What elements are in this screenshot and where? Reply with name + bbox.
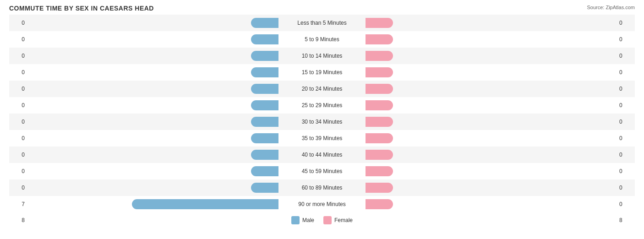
bar-left-value: 0 [9, 119, 27, 125]
bar-right-value: 0 [617, 69, 635, 76]
male-bar-container [27, 50, 278, 62]
male-bar-container [27, 17, 278, 29]
bar-left-value: 0 [9, 69, 27, 76]
bar-right-value: 0 [617, 152, 635, 158]
female-bar-container [366, 33, 617, 45]
bars-wrapper: Less than 5 Minutes [27, 17, 617, 29]
female-bar-container [366, 165, 617, 177]
female-bar [366, 100, 393, 110]
bar-right-value: 0 [617, 86, 635, 92]
bar-right-value: 0 [617, 185, 635, 191]
male-bar-container [27, 198, 278, 210]
bar-row: 010 to 14 Minutes0 [9, 48, 635, 64]
bars-wrapper: 20 to 24 Minutes [27, 83, 617, 95]
bar-left-value: 0 [9, 152, 27, 158]
bar-section: 60 to 89 Minutes [27, 179, 617, 196]
male-bar-container [27, 99, 278, 111]
chart-container: COMMUTE TIME BY SEX IN CAESARS HEAD Sour… [0, 0, 644, 239]
bar-label: 20 to 24 Minutes [278, 86, 366, 92]
bars-wrapper: 45 to 59 Minutes [27, 165, 617, 177]
legend-male-box [291, 216, 300, 224]
bar-row: 030 to 34 Minutes0 [9, 114, 635, 130]
bar-section: 45 to 59 Minutes [27, 163, 617, 179]
bar-row: 025 to 29 Minutes0 [9, 97, 635, 114]
bar-label: 90 or more Minutes [278, 201, 366, 207]
female-bar-container [366, 66, 617, 78]
male-bar-container [27, 165, 278, 177]
bar-left-value: 0 [9, 53, 27, 59]
bar-right-value: 0 [617, 20, 635, 26]
bar-label: 25 to 29 Minutes [278, 102, 366, 109]
bar-section: 40 to 44 Minutes [27, 147, 617, 163]
female-bar [366, 84, 393, 94]
bottom-left-value: 8 [9, 217, 27, 223]
bar-left-value: 0 [9, 185, 27, 191]
male-bar [251, 100, 278, 110]
bars-wrapper: 5 to 9 Minutes [27, 33, 617, 45]
bar-label: 35 to 39 Minutes [278, 135, 366, 141]
female-bar [366, 150, 393, 160]
bar-section: 35 to 39 Minutes [27, 130, 617, 147]
female-bar-container [366, 132, 617, 144]
bar-label: 15 to 19 Minutes [278, 69, 366, 76]
bar-right-value: 0 [617, 201, 635, 207]
male-bar [251, 18, 278, 28]
legend-male-label: Male [302, 217, 314, 223]
bars-wrapper: 25 to 29 Minutes [27, 99, 617, 111]
female-bar [366, 51, 393, 61]
bar-right-value: 0 [617, 36, 635, 43]
male-bar-container [27, 66, 278, 78]
chart-area: 0Less than 5 Minutes005 to 9 Minutes0010… [9, 15, 635, 212]
male-bar [251, 150, 278, 160]
female-bar [366, 18, 393, 28]
bars-wrapper: 30 to 34 Minutes [27, 116, 617, 128]
bar-label: 30 to 34 Minutes [278, 119, 366, 125]
female-bar [366, 34, 393, 44]
female-bar-container [366, 99, 617, 111]
bar-left-value: 7 [9, 201, 27, 207]
bar-row: 05 to 9 Minutes0 [9, 31, 635, 48]
bottom-section: 8 Male Female 8 [9, 213, 635, 224]
male-bar [251, 166, 278, 176]
bar-section: 90 or more Minutes [27, 196, 617, 212]
bar-right-value: 0 [617, 168, 635, 174]
bars-wrapper: 10 to 14 Minutes [27, 50, 617, 62]
bottom-right-value: 8 [617, 217, 635, 223]
bar-left-value: 0 [9, 86, 27, 92]
male-bar [132, 199, 278, 209]
legend-female-box [323, 216, 332, 224]
male-bar-container [27, 116, 278, 128]
bar-left-value: 0 [9, 135, 27, 141]
bar-label: 10 to 14 Minutes [278, 53, 366, 59]
bar-section: 30 to 34 Minutes [27, 114, 617, 130]
female-bar [366, 199, 393, 209]
female-bar-container [366, 149, 617, 161]
bars-wrapper: 35 to 39 Minutes [27, 132, 617, 144]
bar-right-value: 0 [617, 102, 635, 109]
female-bar-container [366, 83, 617, 95]
female-bar [366, 183, 393, 193]
bar-left-value: 0 [9, 36, 27, 43]
legend: Male Female [27, 216, 617, 224]
bar-section: 15 to 19 Minutes [27, 64, 617, 81]
male-bar [251, 183, 278, 193]
bar-section: Less than 5 Minutes [27, 15, 617, 31]
bar-section: 10 to 14 Minutes [27, 48, 617, 64]
bar-row: 040 to 44 Minutes0 [9, 147, 635, 163]
bars-wrapper: 40 to 44 Minutes [27, 149, 617, 161]
male-bar [251, 117, 278, 127]
male-bar-container [27, 83, 278, 95]
legend-female: Female [323, 216, 353, 224]
bar-right-value: 0 [617, 135, 635, 141]
bar-label: 45 to 59 Minutes [278, 168, 366, 174]
bar-section: 5 to 9 Minutes [27, 31, 617, 48]
bar-label: 5 to 9 Minutes [278, 36, 366, 43]
male-bar-container [27, 149, 278, 161]
male-bar-container [27, 132, 278, 144]
female-bar-container [366, 182, 617, 194]
bar-section: 20 to 24 Minutes [27, 81, 617, 97]
bar-right-value: 0 [617, 119, 635, 125]
female-bar [366, 117, 393, 127]
source-text: Source: ZipAtlas.com [587, 5, 635, 10]
bar-row: 020 to 24 Minutes0 [9, 81, 635, 97]
